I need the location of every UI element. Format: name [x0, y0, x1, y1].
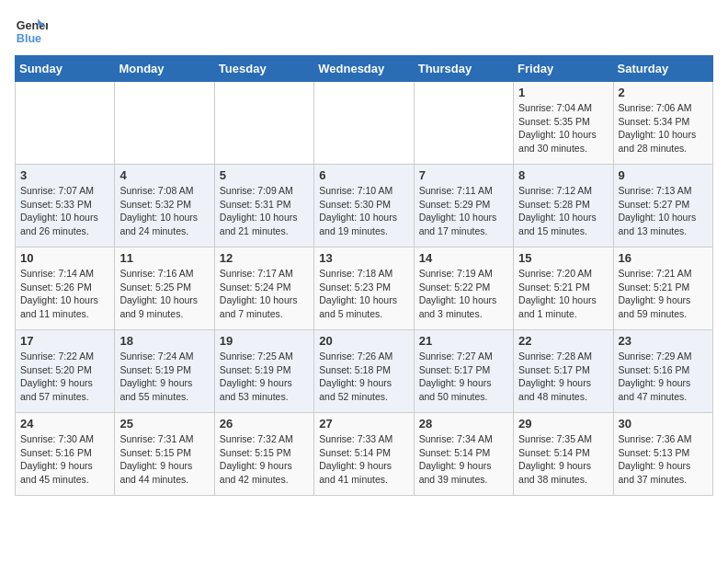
calendar-cell: 6Sunrise: 7:10 AM Sunset: 5:30 PM Daylig…	[314, 165, 414, 247]
calendar-cell: 21Sunrise: 7:27 AM Sunset: 5:17 PM Dayli…	[414, 330, 513, 413]
header-row: SundayMondayTuesdayWednesdayThursdayFrid…	[16, 56, 713, 82]
calendar-cell: 22Sunrise: 7:28 AM Sunset: 5:17 PM Dayli…	[514, 330, 613, 413]
calendar-cell: 16Sunrise: 7:21 AM Sunset: 5:21 PM Dayli…	[613, 247, 712, 330]
calendar-week-4: 24Sunrise: 7:30 AM Sunset: 5:16 PM Dayli…	[16, 413, 713, 496]
day-info: Sunrise: 7:11 AM Sunset: 5:29 PM Dayligh…	[419, 184, 508, 238]
day-number: 13	[319, 251, 408, 265]
day-info: Sunrise: 7:14 AM Sunset: 5:26 PM Dayligh…	[20, 267, 109, 321]
day-info: Sunrise: 7:22 AM Sunset: 5:20 PM Dayligh…	[20, 350, 109, 404]
day-number: 22	[518, 334, 608, 348]
day-number: 14	[419, 251, 508, 265]
day-info: Sunrise: 7:08 AM Sunset: 5:32 PM Dayligh…	[119, 184, 209, 238]
header-day-monday: Monday	[115, 56, 214, 82]
day-info: Sunrise: 7:13 AM Sunset: 5:27 PM Dayligh…	[619, 184, 708, 238]
day-number: 30	[619, 417, 708, 431]
logo: General Blue	[15, 15, 48, 48]
day-number: 19	[220, 334, 309, 348]
calendar-cell: 9Sunrise: 7:13 AM Sunset: 5:27 PM Daylig…	[613, 165, 712, 247]
header-day-tuesday: Tuesday	[214, 56, 313, 82]
day-info: Sunrise: 7:33 AM Sunset: 5:14 PM Dayligh…	[319, 432, 408, 487]
day-number: 18	[119, 334, 209, 348]
svg-text:Blue: Blue	[17, 32, 41, 45]
day-number: 25	[119, 417, 209, 431]
day-info: Sunrise: 7:07 AM Sunset: 5:33 PM Dayligh…	[20, 184, 109, 238]
day-info: Sunrise: 7:25 AM Sunset: 5:19 PM Dayligh…	[220, 350, 309, 404]
calendar-table: SundayMondayTuesdayWednesdayThursdayFrid…	[15, 55, 713, 496]
day-info: Sunrise: 7:21 AM Sunset: 5:21 PM Dayligh…	[619, 267, 708, 321]
day-number: 20	[319, 334, 408, 348]
day-number: 26	[220, 417, 309, 431]
day-number: 3	[20, 168, 109, 182]
day-number: 2	[619, 86, 708, 99]
day-info: Sunrise: 7:30 AM Sunset: 5:16 PM Dayligh…	[20, 432, 109, 487]
calendar-week-0: 1Sunrise: 7:04 AM Sunset: 5:35 PM Daylig…	[16, 82, 713, 165]
calendar-cell: 26Sunrise: 7:32 AM Sunset: 5:15 PM Dayli…	[214, 413, 313, 496]
logo-icon: General Blue	[15, 15, 48, 48]
header: General Blue	[15, 15, 713, 48]
day-number: 27	[319, 417, 408, 431]
day-number: 21	[419, 334, 508, 348]
header-day-sunday: Sunday	[16, 56, 115, 82]
day-info: Sunrise: 7:19 AM Sunset: 5:22 PM Dayligh…	[419, 267, 508, 321]
calendar-cell: 28Sunrise: 7:34 AM Sunset: 5:14 PM Dayli…	[414, 413, 513, 496]
calendar-week-2: 10Sunrise: 7:14 AM Sunset: 5:26 PM Dayli…	[16, 247, 713, 330]
day-number: 29	[518, 417, 608, 431]
calendar-cell: 15Sunrise: 7:20 AM Sunset: 5:21 PM Dayli…	[514, 247, 613, 330]
calendar-cell: 25Sunrise: 7:31 AM Sunset: 5:15 PM Dayli…	[115, 413, 214, 496]
calendar-cell: 4Sunrise: 7:08 AM Sunset: 5:32 PM Daylig…	[115, 165, 214, 247]
header-day-friday: Friday	[514, 56, 613, 82]
day-number: 28	[419, 417, 508, 431]
calendar-cell: 30Sunrise: 7:36 AM Sunset: 5:13 PM Dayli…	[613, 413, 712, 496]
day-info: Sunrise: 7:29 AM Sunset: 5:16 PM Dayligh…	[619, 350, 708, 404]
day-info: Sunrise: 7:28 AM Sunset: 5:17 PM Dayligh…	[518, 350, 608, 404]
day-number: 1	[518, 86, 608, 99]
day-info: Sunrise: 7:09 AM Sunset: 5:31 PM Dayligh…	[220, 184, 309, 238]
calendar-cell	[314, 82, 414, 165]
day-info: Sunrise: 7:36 AM Sunset: 5:13 PM Dayligh…	[619, 432, 708, 487]
day-number: 8	[518, 168, 608, 182]
day-info: Sunrise: 7:10 AM Sunset: 5:30 PM Dayligh…	[319, 184, 408, 238]
day-number: 5	[220, 168, 309, 182]
day-info: Sunrise: 7:12 AM Sunset: 5:28 PM Dayligh…	[518, 184, 608, 238]
day-info: Sunrise: 7:24 AM Sunset: 5:19 PM Dayligh…	[119, 350, 209, 404]
calendar-cell: 13Sunrise: 7:18 AM Sunset: 5:23 PM Dayli…	[314, 247, 414, 330]
day-info: Sunrise: 7:16 AM Sunset: 5:25 PM Dayligh…	[119, 267, 209, 321]
day-number: 16	[619, 251, 708, 265]
calendar-cell	[16, 82, 115, 165]
calendar-cell: 8Sunrise: 7:12 AM Sunset: 5:28 PM Daylig…	[514, 165, 613, 247]
day-info: Sunrise: 7:18 AM Sunset: 5:23 PM Dayligh…	[319, 267, 408, 321]
calendar-cell: 29Sunrise: 7:35 AM Sunset: 5:14 PM Dayli…	[514, 413, 613, 496]
header-day-thursday: Thursday	[414, 56, 513, 82]
header-day-wednesday: Wednesday	[314, 56, 414, 82]
day-info: Sunrise: 7:32 AM Sunset: 5:15 PM Dayligh…	[220, 432, 309, 487]
day-info: Sunrise: 7:17 AM Sunset: 5:24 PM Dayligh…	[220, 267, 309, 321]
calendar-week-3: 17Sunrise: 7:22 AM Sunset: 5:20 PM Dayli…	[16, 330, 713, 413]
calendar-cell: 20Sunrise: 7:26 AM Sunset: 5:18 PM Dayli…	[314, 330, 414, 413]
calendar-cell	[414, 82, 513, 165]
day-info: Sunrise: 7:31 AM Sunset: 5:15 PM Dayligh…	[119, 432, 209, 487]
calendar-cell	[115, 82, 214, 165]
day-number: 9	[619, 168, 708, 182]
day-info: Sunrise: 7:06 AM Sunset: 5:34 PM Dayligh…	[619, 101, 708, 155]
calendar-week-1: 3Sunrise: 7:07 AM Sunset: 5:33 PM Daylig…	[16, 165, 713, 247]
day-info: Sunrise: 7:26 AM Sunset: 5:18 PM Dayligh…	[319, 350, 408, 404]
day-info: Sunrise: 7:20 AM Sunset: 5:21 PM Dayligh…	[518, 267, 608, 321]
calendar-cell: 3Sunrise: 7:07 AM Sunset: 5:33 PM Daylig…	[16, 165, 115, 247]
calendar-cell: 10Sunrise: 7:14 AM Sunset: 5:26 PM Dayli…	[16, 247, 115, 330]
calendar-cell: 18Sunrise: 7:24 AM Sunset: 5:19 PM Dayli…	[115, 330, 214, 413]
calendar-cell: 5Sunrise: 7:09 AM Sunset: 5:31 PM Daylig…	[214, 165, 313, 247]
day-info: Sunrise: 7:27 AM Sunset: 5:17 PM Dayligh…	[419, 350, 508, 404]
day-number: 6	[319, 168, 408, 182]
calendar-cell: 27Sunrise: 7:33 AM Sunset: 5:14 PM Dayli…	[314, 413, 414, 496]
day-number: 23	[619, 334, 708, 348]
calendar-cell: 17Sunrise: 7:22 AM Sunset: 5:20 PM Dayli…	[16, 330, 115, 413]
day-number: 11	[119, 251, 209, 265]
calendar-cell: 23Sunrise: 7:29 AM Sunset: 5:16 PM Dayli…	[613, 330, 712, 413]
calendar-cell	[214, 82, 313, 165]
calendar-cell: 11Sunrise: 7:16 AM Sunset: 5:25 PM Dayli…	[115, 247, 214, 330]
calendar-body: 1Sunrise: 7:04 AM Sunset: 5:35 PM Daylig…	[16, 82, 713, 496]
calendar-header: SundayMondayTuesdayWednesdayThursdayFrid…	[16, 56, 713, 82]
day-number: 17	[20, 334, 109, 348]
day-info: Sunrise: 7:04 AM Sunset: 5:35 PM Dayligh…	[518, 101, 608, 155]
day-number: 10	[20, 251, 109, 265]
